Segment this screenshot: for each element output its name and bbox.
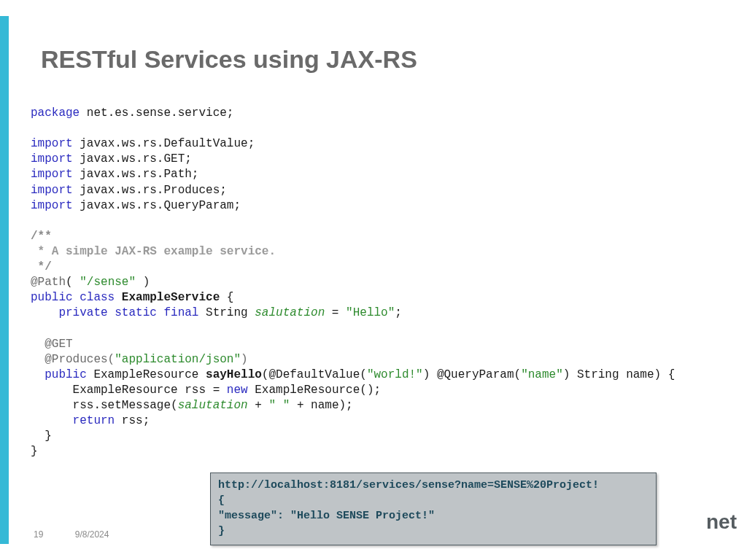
body3-pre	[31, 414, 73, 427]
params-mid: ) @QueryParam(	[423, 368, 521, 381]
path-value: "/sense"	[80, 276, 136, 289]
footer-date: 9/8/2024	[75, 529, 109, 540]
response-url: http://localhost:8181/services/sense?nam…	[218, 478, 649, 493]
kw-import: import	[31, 184, 73, 197]
kw-import: import	[31, 152, 73, 166]
class-mods: public class	[31, 291, 122, 304]
import-3: javax.ws.rs.Produces;	[80, 184, 227, 197]
body3-post: rss;	[115, 414, 150, 427]
method-name: sayHello	[206, 368, 262, 381]
body2-pre: rss.setMessage(	[31, 399, 178, 412]
close-method: }	[31, 429, 52, 443]
class-open: {	[220, 291, 233, 304]
field-mods: private static final	[31, 306, 198, 319]
import-4: javax.ws.rs.QueryParam;	[80, 199, 241, 212]
comment-close: */	[31, 260, 52, 273]
import-0: javax.ws.rs.DefaultValue;	[80, 137, 255, 150]
response-open: {	[218, 493, 649, 508]
body2-plus: +	[248, 399, 269, 412]
path-annotation: @Path	[31, 276, 66, 289]
class-name: ExampleService	[122, 291, 220, 304]
produces-val: "application/json"	[115, 353, 241, 366]
params-close: ) String name) {	[563, 368, 676, 381]
method-ret: ExampleResource	[87, 368, 206, 381]
page-number: 19	[34, 529, 43, 540]
slide: RESTful Services using JAX-RS package ne…	[9, 16, 747, 544]
default-val: "world!"	[367, 368, 423, 381]
close-class: }	[31, 445, 38, 458]
qp-val: "name"	[521, 368, 563, 381]
get-annotation: @GET	[31, 338, 73, 351]
field-assign: =	[325, 306, 346, 319]
response-box: http://localhost:8181/services/sense?nam…	[210, 472, 657, 545]
pkg-name: net.es.sense.service;	[87, 106, 234, 120]
import-2: javax.ws.rs.Path;	[80, 168, 198, 181]
response-body: "message": "Hello SENSE Project!"	[218, 508, 649, 524]
method-mods: public	[31, 368, 87, 381]
slide-title: RESTful Services using JAX-RS	[41, 45, 729, 74]
footer: 19 9/8/2024	[34, 529, 109, 540]
params-open: (@DefaultValue(	[262, 368, 367, 381]
comment-open: /**	[31, 230, 52, 243]
body1-post: ExampleResource();	[248, 384, 381, 397]
body2-space: " "	[268, 399, 290, 412]
body1-pre: ExampleResource rss =	[31, 384, 227, 397]
logo: net	[706, 510, 737, 534]
kw-package: package	[31, 106, 80, 120]
kw-import: import	[31, 199, 73, 212]
comment-body: * A simple JAX-RS example service.	[31, 245, 276, 258]
produces-annotation: @Produces(	[31, 353, 115, 366]
body2-plus2: + name);	[290, 399, 352, 412]
kw-import: import	[31, 137, 73, 150]
body2-sal: salutation	[178, 399, 248, 412]
body3-ret: return	[73, 414, 115, 427]
accent-bar	[0, 16, 9, 544]
code-block: package net.es.sense.service; import jav…	[31, 106, 729, 460]
field-val: "Hello"	[346, 306, 395, 319]
field-type: String	[198, 306, 255, 319]
response-close: }	[218, 524, 649, 539]
field-name: salutation	[255, 306, 325, 319]
produces-close: )	[241, 353, 248, 366]
import-1: javax.ws.rs.GET;	[80, 152, 192, 166]
kw-import: import	[31, 168, 73, 181]
body1-new: new	[227, 384, 248, 397]
